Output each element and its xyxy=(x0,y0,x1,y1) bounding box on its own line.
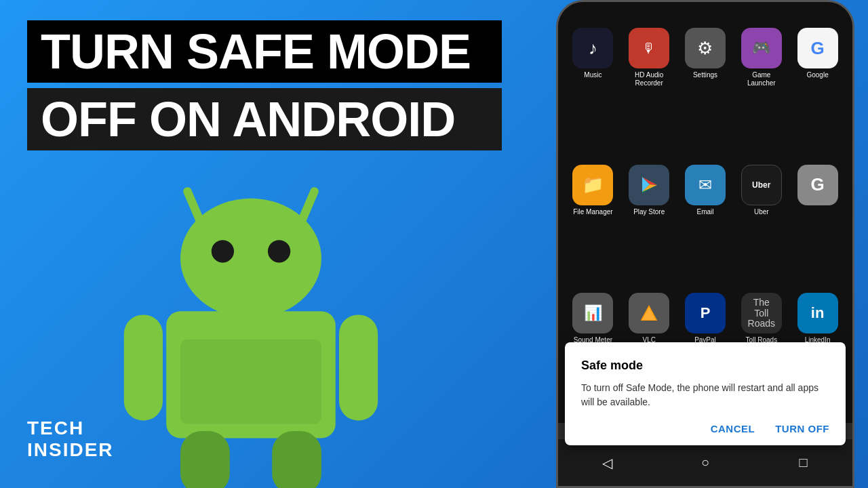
google2-icon: G xyxy=(797,165,838,205)
toll-roads-icon: TheTollRoads xyxy=(741,293,782,333)
turn-off-button[interactable]: Turn off xyxy=(775,423,829,434)
svg-rect-9 xyxy=(272,431,321,488)
dialog-buttons: Cancel Turn off xyxy=(581,423,829,434)
title-text-2: OFF ON ANDROID xyxy=(41,92,455,146)
app-paypal[interactable]: P PayPal xyxy=(677,287,734,350)
phone-screen: ♪ Music 🎙 HD Audio Recorder ⚙ Settings xyxy=(558,2,852,486)
file-manager-label: File Manager xyxy=(573,208,612,216)
app-sound-meter[interactable]: 📊 Sound Meter xyxy=(565,287,621,350)
play-store-icon xyxy=(629,165,669,205)
cancel-button[interactable]: Cancel xyxy=(711,423,755,434)
svg-rect-6 xyxy=(124,314,163,420)
settings-label: Settings xyxy=(693,71,717,79)
email-label: Email xyxy=(696,208,713,216)
svg-point-2 xyxy=(180,199,321,319)
svg-rect-8 xyxy=(180,431,230,488)
uber-icon: Uber xyxy=(741,165,782,205)
app-music[interactable]: ♪ Music xyxy=(565,22,621,85)
music-icon: ♪ xyxy=(572,28,613,68)
svg-point-4 xyxy=(268,240,290,262)
sound-meter-icon: 📊 xyxy=(572,293,613,333)
svg-rect-7 xyxy=(339,314,378,420)
linkedin-icon: in xyxy=(797,293,838,333)
dialog-body: To turn off Safe Mode, the phone will re… xyxy=(581,381,829,409)
play-store-label: Play Store xyxy=(633,208,665,216)
phone-mockup: ♪ Music 🎙 HD Audio Recorder ⚙ Settings xyxy=(556,0,854,488)
android-robot xyxy=(108,149,393,488)
app-email[interactable]: ✉ Email xyxy=(677,159,734,222)
tech-insider-logo: TECH INSIDER xyxy=(27,418,114,461)
hd-audio-label: HD Audio Recorder xyxy=(627,71,671,87)
tech-label: TECH xyxy=(27,418,114,439)
app-file-manager[interactable]: 📁 File Manager xyxy=(565,159,621,222)
app-vlc[interactable]: VLC xyxy=(621,287,677,350)
app-settings[interactable]: ⚙ Settings xyxy=(677,22,734,85)
app-google[interactable]: G Google xyxy=(789,22,846,85)
app-linkedin[interactable]: in LinkedIn xyxy=(789,287,846,350)
settings-icon: ⚙ xyxy=(685,28,726,68)
music-label: Music xyxy=(584,71,601,79)
svg-point-3 xyxy=(212,240,234,262)
safe-mode-dialog: Safe mode To turn off Safe Mode, the pho… xyxy=(565,342,846,445)
insider-label: INSIDER xyxy=(27,439,114,461)
file-manager-icon: 📁 xyxy=(572,165,613,205)
back-button[interactable]: ◁ xyxy=(593,449,620,476)
main-scene: TURN SAFE MODE OFF ON ANDROID xyxy=(0,0,868,488)
svg-rect-10 xyxy=(180,340,321,424)
title-block: TURN SAFE MODE OFF ON ANDROID xyxy=(27,20,502,150)
recents-button[interactable]: □ xyxy=(790,449,817,476)
app-game-launcher[interactable]: 🎮 Game Launcher xyxy=(733,22,789,93)
title-text-1: TURN SAFE MODE xyxy=(41,24,471,79)
app-play-store[interactable]: Play Store xyxy=(621,159,677,222)
google-icon: G xyxy=(797,28,838,68)
dialog-title: Safe mode xyxy=(581,359,829,373)
paypal-icon: P xyxy=(685,293,726,333)
vlc-icon xyxy=(629,293,669,333)
app-toll-roads[interactable]: TheTollRoads Toll Roads xyxy=(733,287,789,350)
home-button[interactable]: ○ xyxy=(692,449,719,476)
app-uber[interactable]: Uber Uber xyxy=(733,159,789,222)
email-icon: ✉ xyxy=(685,165,726,205)
title-line-1: TURN SAFE MODE xyxy=(27,20,502,83)
hd-audio-icon: 🎙 xyxy=(629,28,669,68)
app-hd-audio[interactable]: 🎙 HD Audio Recorder xyxy=(621,22,677,93)
game-launcher-icon: 🎮 xyxy=(741,28,782,68)
google-label: Google xyxy=(806,71,828,79)
game-launcher-label: Game Launcher xyxy=(739,71,783,87)
app-google2[interactable]: G xyxy=(789,159,846,214)
uber-label: Uber xyxy=(754,208,769,216)
nav-bar: ◁ ○ □ xyxy=(558,439,852,486)
title-line-2: OFF ON ANDROID xyxy=(27,88,502,150)
